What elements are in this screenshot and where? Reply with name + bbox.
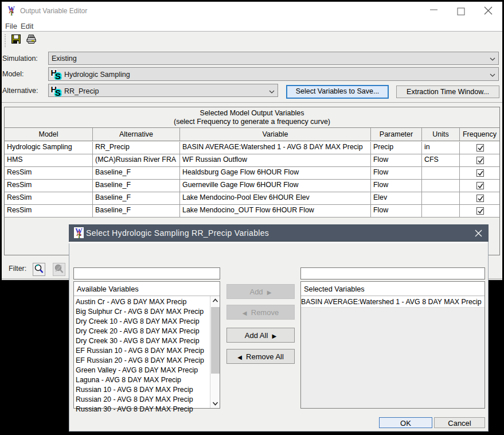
svg-text:T: T	[10, 10, 14, 16]
svg-text:S: S	[55, 71, 61, 80]
svg-text:S: S	[55, 88, 61, 96]
svg-text:T: T	[77, 232, 82, 239]
